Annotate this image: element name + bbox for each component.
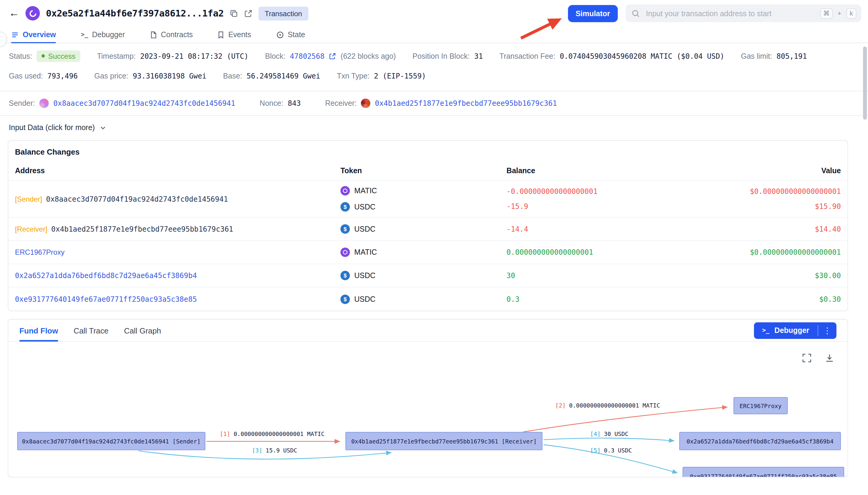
- input-data-toggle[interactable]: Input Data (click for more): [0, 116, 868, 140]
- address-link[interactable]: 0xe931777640149fe67ae0771ff250ac93a5c38e…: [15, 295, 197, 303]
- graph-node-0xe93177[interactable]: 0xe931777640149fe67ae0771ff250ac93a5c38e…: [683, 467, 844, 477]
- balance-change: -15.9: [507, 202, 672, 211]
- fee-label: Transaction Fee:: [500, 52, 555, 60]
- position-value: 31: [474, 52, 483, 60]
- nonce-label: Nonce:: [260, 99, 283, 107]
- external-link-icon[interactable]: [244, 9, 252, 17]
- edge-label-2: [2]0.000000000000000001 MATIC: [555, 402, 660, 409]
- sender-address-link[interactable]: 0x8aacec3d7077d04f19ac924d2743fc0de14569…: [53, 99, 235, 107]
- table-row: [Sender]0x8aacec3d7077d04f19ac924d2743fc…: [8, 181, 848, 218]
- token-name: USDC: [354, 225, 376, 233]
- contract-file-icon: [150, 31, 157, 39]
- transaction-type-badge: Transaction: [259, 6, 308, 20]
- position-label: Position In Block:: [412, 52, 470, 60]
- token-name: USDC: [354, 272, 376, 280]
- address-text[interactable]: 0x8aacec3d7077d04f19ac924d2743fc0de14569…: [46, 195, 228, 203]
- tab-call-graph[interactable]: Call Graph: [124, 320, 161, 341]
- usd-value: $0.000000000000000001: [750, 248, 841, 256]
- gas-price-label: Gas price:: [94, 72, 128, 80]
- fund-flow-graph[interactable]: 0x8aacec3d7077d04f19ac924d2743fc0de14569…: [8, 342, 848, 477]
- tab-contracts-label: Contracts: [161, 31, 193, 39]
- debugger-button-label: Debugger: [775, 326, 809, 335]
- fund-flow-tab-bar: Fund Flow Call Trace Call Graph >_Debugg…: [8, 320, 848, 342]
- simulator-button[interactable]: Simulator: [568, 5, 618, 22]
- kebab-menu-icon[interactable]: ⋮: [818, 322, 836, 339]
- matic-token-icon: [340, 248, 350, 257]
- address-link[interactable]: 0x2a6527a1dda76bedf6bd8c7d29ae6a45cf3869…: [15, 272, 197, 280]
- address-text[interactable]: 0x4b1aed25f1877e1e9fbecbd77eee95bb1679c3…: [51, 225, 233, 233]
- sender-receiver-row: Sender: 0x8aacec3d7077d04f19ac924d2743fc…: [0, 91, 868, 116]
- top-bar: ← 0x2e5a2f1a44bf6e7f397a8612...1fa2 Tran…: [0, 0, 868, 27]
- receiver-address-link[interactable]: 0x4b1aed25f1877e1e9fbecbd77eee95bb1679c3…: [375, 99, 557, 107]
- vertical-scrollbar[interactable]: [863, 47, 867, 120]
- transaction-hash: 0x2e5a2f1a44bf6e7f397a8612...1fa2: [46, 8, 224, 19]
- gas-price-value: 93.316038198 Gwei: [133, 72, 206, 80]
- fullscreen-icon[interactable]: [802, 353, 811, 362]
- table-row: ERC1967Proxy MATIC 0.000000000000000001 …: [8, 241, 848, 264]
- state-circle-icon: [276, 31, 284, 39]
- balance-change: 0.3: [507, 295, 519, 303]
- tab-contracts[interactable]: Contracts: [150, 27, 193, 43]
- graph-node-erc1967proxy[interactable]: ERC1967Proxy: [733, 397, 788, 414]
- shortcut-plus: +: [837, 9, 842, 17]
- col-header-value: Value: [673, 167, 841, 175]
- usdc-token-icon: $: [340, 224, 350, 234]
- fund-flow-edges: [8, 342, 848, 477]
- search-bar[interactable]: ⌘ + k: [625, 4, 861, 22]
- contract-name-link[interactable]: ERC1967Proxy: [15, 248, 65, 256]
- fund-flow-card: Fund Flow Call Trace Call Graph >_Debugg…: [8, 319, 848, 478]
- back-icon[interactable]: ←: [9, 7, 19, 19]
- table-row: [Receiver]0x4b1aed25f1877e1e9fbecbd77eee…: [8, 218, 848, 241]
- usdc-token-icon: $: [340, 202, 350, 211]
- token-name: MATIC: [354, 248, 377, 256]
- app-logo: [25, 6, 40, 20]
- edge-label-3: [3]15.9 USDC: [252, 447, 297, 454]
- token-name: USDC: [354, 295, 376, 303]
- tab-state[interactable]: State: [276, 27, 305, 43]
- timestamp-value: 2023-09-21 08:17:32 (UTC): [140, 52, 249, 60]
- graph-node-sender[interactable]: 0x8aacec3d7077d04f19ac924d2743fc0de14569…: [17, 432, 205, 450]
- tab-debugger-label: Debugger: [92, 31, 125, 39]
- gas-used-label: Gas used:: [9, 72, 43, 80]
- edge-2-matic-transfer: [523, 407, 728, 432]
- nav-tab-bar: Overview >_ Debugger Contracts Events St…: [0, 27, 868, 43]
- tab-overview[interactable]: Overview: [11, 27, 56, 43]
- block-number-link[interactable]: 47802568: [290, 52, 325, 60]
- block-label: Block:: [265, 52, 285, 60]
- search-icon: [632, 9, 640, 17]
- balance-change: 0.000000000000000001: [507, 248, 593, 256]
- graph-node-receiver[interactable]: 0x4b1aed25f1877e1e9fbecbd77eee95bb1679c3…: [346, 432, 543, 450]
- gas-limit-value: 805,191: [777, 52, 807, 60]
- receiver-avatar: [361, 99, 371, 108]
- graph-node-0x2a6527[interactable]: 0x2a6527a1dda76bedf6bd8c7d29ae6a45cf3869…: [679, 432, 841, 450]
- timestamp-label: Timestamp:: [97, 52, 136, 60]
- base-fee-label: Base:: [223, 72, 242, 80]
- usd-value: $0.30: [819, 295, 841, 303]
- edge-label-1: [1]0.000000000000000001 MATIC: [220, 430, 325, 437]
- col-header-balance: Balance: [507, 167, 672, 175]
- status-label: Status:: [9, 52, 32, 60]
- token-name: USDC: [354, 203, 376, 211]
- tab-events[interactable]: Events: [218, 27, 251, 43]
- edge-label-5: [5]0.3 USDC: [590, 447, 632, 454]
- terminal-icon: >_: [81, 31, 88, 38]
- tab-call-trace[interactable]: Call Trace: [74, 320, 108, 341]
- overview-icon: [11, 31, 19, 39]
- download-icon[interactable]: [825, 353, 834, 362]
- debugger-split-button[interactable]: >_Debugger ⋮: [754, 322, 836, 339]
- token-name: MATIC: [354, 187, 377, 195]
- edge-4-usdc-transfer: [544, 438, 674, 441]
- balance-change: -14.4: [507, 225, 528, 233]
- tab-fund-flow[interactable]: Fund Flow: [19, 320, 58, 341]
- tab-overview-label: Overview: [23, 31, 56, 39]
- search-input[interactable]: [645, 9, 815, 18]
- usd-value: $15.90: [673, 202, 841, 211]
- tab-events-label: Events: [228, 31, 251, 39]
- status-badge: Success: [37, 50, 80, 62]
- copy-icon[interactable]: [230, 9, 238, 17]
- base-fee-value: 56.249581469 Gwei: [247, 72, 320, 80]
- sender-avatar: [39, 99, 49, 108]
- block-external-link-icon[interactable]: [329, 52, 336, 59]
- tab-debugger[interactable]: >_ Debugger: [81, 27, 125, 43]
- tab-state-label: State: [287, 31, 305, 39]
